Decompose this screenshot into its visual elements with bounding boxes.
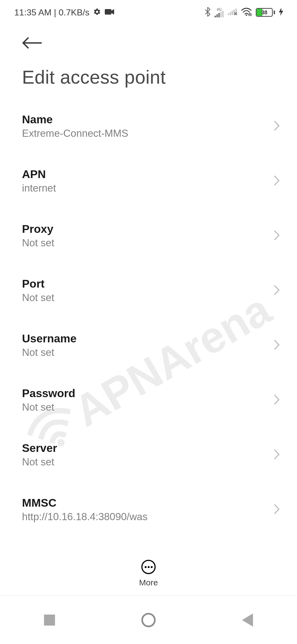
status-bar: 11:35 AM | 0.7KB/s 4G [0, 0, 297, 25]
status-time: 11:35 AM | 0.7KB/s [14, 7, 89, 18]
more-label: More [139, 578, 158, 587]
setting-label: Proxy [22, 223, 54, 236]
chevron-right-icon [273, 394, 280, 406]
chevron-right-icon [273, 339, 280, 352]
chevron-right-icon [273, 449, 280, 461]
svg-rect-3 [218, 13, 220, 17]
setting-value: Extreme-Connect-MMS [22, 128, 128, 139]
svg-point-11 [246, 15, 247, 16]
chevron-right-icon [273, 175, 280, 187]
cellular-signal-2-icon [228, 9, 237, 16]
header-row [0, 25, 297, 53]
nav-home-button[interactable] [121, 606, 176, 634]
setting-item-mmsc[interactable]: MMSC http://10.16.18.4:38090/was [0, 482, 297, 537]
wifi-icon [241, 8, 252, 17]
chevron-right-icon [273, 120, 280, 133]
setting-item-apn[interactable]: APN internet [0, 154, 297, 208]
svg-rect-1 [215, 16, 216, 17]
status-left: 11:35 AM | 0.7KB/s [14, 7, 114, 18]
svg-rect-6 [228, 13, 229, 15]
more-icon [141, 560, 156, 574]
triangle-back-icon [242, 613, 253, 627]
chevron-right-icon [273, 503, 280, 516]
svg-rect-4 [220, 12, 222, 17]
settings-list-inner: Name Extreme-Connect-MMS APN internet Pr… [0, 99, 297, 583]
svg-rect-0 [105, 9, 111, 15]
setting-label: Username [22, 332, 76, 345]
setting-item-name[interactable]: Name Extreme-Connect-MMS [0, 99, 297, 154]
time-text: 11:35 AM [14, 7, 51, 17]
setting-item-username[interactable]: Username Not set [0, 318, 297, 373]
charging-bolt-icon [279, 8, 283, 17]
setting-value: internet [22, 182, 56, 194]
square-icon [44, 615, 55, 626]
setting-item-server[interactable]: Server Not set [0, 427, 297, 482]
camera-icon [105, 9, 114, 16]
chevron-right-icon [273, 284, 280, 297]
cellular-signal-1-icon: 4G [215, 7, 224, 17]
setting-item-password[interactable]: Password Not set [0, 373, 297, 427]
circle-icon [141, 613, 156, 627]
chevron-right-icon [273, 230, 280, 242]
nav-recents-button[interactable] [22, 606, 77, 634]
setting-value: Not set [22, 347, 76, 358]
svg-rect-8 [232, 11, 233, 15]
setting-label: Password [22, 387, 75, 400]
svg-rect-7 [230, 12, 231, 15]
setting-label: MMSC [22, 496, 148, 509]
settings-gear-icon [93, 8, 101, 17]
svg-rect-5 [222, 11, 224, 17]
navigation-bar [0, 596, 297, 644]
setting-item-port[interactable]: Port Not set [0, 263, 297, 318]
setting-label: Server [22, 442, 57, 455]
battery-icon: 38 [256, 8, 275, 17]
battery-percent: 38 [257, 9, 272, 16]
more-button[interactable]: More [0, 552, 297, 596]
back-arrow-icon [22, 37, 42, 49]
setting-label: Port [22, 277, 54, 290]
setting-value: Not set [22, 456, 57, 468]
svg-rect-2 [216, 14, 218, 17]
page-title: Edit access point [0, 53, 297, 99]
settings-list: APNArena Name Extreme-Connect-MMS APN in… [0, 99, 297, 583]
status-separator: | [54, 7, 56, 17]
nav-back-button[interactable] [220, 606, 275, 634]
setting-value: Not set [22, 237, 54, 249]
setting-label: Name [22, 113, 128, 126]
bluetooth-icon [205, 7, 211, 18]
setting-value: http://10.16.18.4:38090/was [22, 511, 148, 523]
setting-label: APN [22, 168, 56, 181]
status-right: 4G [205, 7, 283, 18]
status-data-rate: 0.7KB/s [59, 7, 89, 17]
back-button[interactable] [22, 37, 42, 50]
setting-value: Not set [22, 292, 54, 304]
setting-value: Not set [22, 402, 75, 413]
setting-item-proxy[interactable]: Proxy Not set [0, 208, 297, 263]
